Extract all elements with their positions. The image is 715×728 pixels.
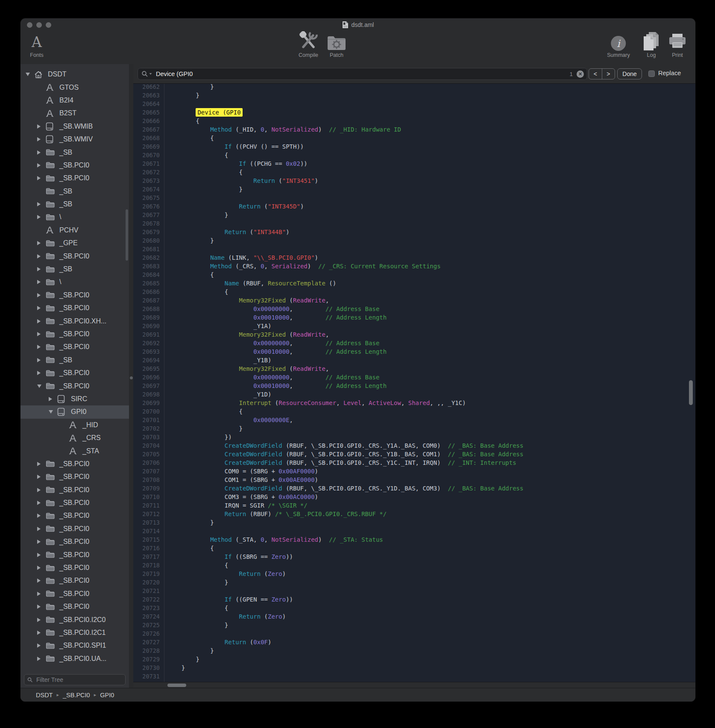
tree-item-gpi0[interactable]: GPI0	[21, 405, 129, 418]
chevron-right-icon[interactable]	[37, 501, 46, 505]
chevron-right-icon[interactable]	[37, 475, 46, 479]
tree-item-sbwmib[interactable]: _SB.WMIB	[21, 120, 129, 133]
chevron-right-icon[interactable]	[37, 306, 46, 310]
chevron-right-icon[interactable]	[37, 202, 46, 206]
chevron-right-icon[interactable]	[37, 319, 46, 323]
tree-item-sbpci0[interactable]: _SB.PCI0	[21, 250, 129, 262]
tree-item-dsdt[interactable]: DSDT	[21, 68, 129, 81]
clear-search-icon[interactable]: ✕	[577, 70, 584, 78]
summary-button[interactable]: i Summary	[607, 31, 630, 58]
tree-item-[interactable]: \	[21, 276, 129, 288]
tree-item-sbpci0ua[interactable]: _SB.PCI0.UA...	[21, 652, 129, 665]
tree-item-sbpci0[interactable]: _SB.PCI0	[21, 509, 129, 522]
compile-button[interactable]: Compile	[299, 31, 318, 58]
tree-item-sbpci0[interactable]: _SB.PCI0	[21, 574, 129, 587]
tree-item-sbpci0[interactable]: _SB.PCI0	[21, 302, 129, 314]
pane-splitter[interactable]	[129, 64, 133, 688]
splitter-handle-icon[interactable]	[130, 376, 133, 379]
tree-item-sbpci0[interactable]: _SB.PCI0	[21, 535, 129, 548]
filter-tree-input[interactable]	[35, 676, 125, 684]
chevron-right-icon[interactable]	[37, 254, 46, 258]
print-button[interactable]: Print	[668, 31, 687, 58]
tree-item-sbpci0[interactable]: _SB.PCI0	[21, 367, 129, 379]
chevron-right-icon[interactable]	[49, 397, 57, 401]
chevron-right-icon[interactable]	[37, 345, 46, 349]
tree-item-sbpci0[interactable]: _SB.PCI0	[21, 548, 129, 561]
tree-item-gpe[interactable]: _GPE	[21, 237, 129, 250]
tree-item-sb[interactable]: _SB	[21, 198, 129, 211]
chevron-right-icon[interactable]	[37, 176, 46, 180]
vertical-scrollbar-thumb[interactable]	[689, 380, 693, 405]
tree-item-sbpci0[interactable]: _SB.PCI0	[21, 561, 129, 574]
chevron-right-icon[interactable]	[37, 566, 46, 570]
tree-item-sbpci0[interactable]: _SB.PCI0	[21, 523, 129, 535]
chevron-right-icon[interactable]	[37, 514, 46, 518]
tree-item-sbpci0[interactable]: _SB.PCI0	[21, 289, 129, 302]
tree-item-sbpci0[interactable]: _SB.PCI0	[21, 341, 129, 353]
tree-item-sbpci0i2c0[interactable]: _SB.PCI0.I2C0	[21, 613, 129, 626]
patch-button[interactable]: Patch	[327, 31, 346, 58]
tree-item-crs[interactable]: _CRS	[21, 432, 129, 444]
chevron-right-icon[interactable]	[37, 631, 46, 635]
chevron-right-icon[interactable]	[37, 643, 46, 648]
find-field[interactable]: 1 ✕	[138, 68, 587, 80]
chevron-right-icon[interactable]	[37, 618, 46, 622]
sidebar-scrollbar[interactable]	[126, 209, 128, 261]
chevron-right-icon[interactable]	[37, 592, 46, 596]
chevron-right-icon[interactable]	[37, 293, 46, 297]
chevron-right-icon[interactable]	[37, 215, 46, 219]
breadcrumb-item[interactable]: DSDT	[36, 692, 53, 699]
tree-item-sbpci0[interactable]: _SB.PCI0	[21, 159, 129, 172]
tree-item-sbpci0[interactable]: _SB.PCI0	[21, 484, 129, 496]
tree-item-sbpci0spi1[interactable]: _SB.PCI0.SPI1	[21, 639, 129, 652]
tree-item-sbpci0[interactable]: _SB.PCI0	[21, 600, 129, 613]
tree-item-sta[interactable]: _STA	[21, 444, 129, 457]
breadcrumb-item[interactable]: _SB.PCI0	[63, 692, 90, 699]
chevron-right-icon[interactable]	[37, 605, 46, 609]
chevron-right-icon[interactable]	[37, 553, 46, 557]
chevron-right-icon[interactable]	[37, 358, 46, 362]
tree-item-sb[interactable]: _SB	[21, 263, 129, 276]
filter-tree-field[interactable]	[24, 674, 126, 685]
chevron-right-icon[interactable]	[37, 150, 46, 155]
tree-item-sbpci0i2c1[interactable]: _SB.PCI0.I2C1	[21, 626, 129, 639]
breadcrumb-item[interactable]: GPI0	[100, 692, 114, 699]
replace-checkbox[interactable]	[648, 70, 655, 77]
done-button[interactable]: Done	[617, 68, 642, 79]
tree-item-sbpci0[interactable]: _SB.PCI0	[21, 470, 129, 483]
chevron-right-icon[interactable]	[37, 124, 46, 129]
horizontal-scrollbar-thumb[interactable]	[167, 684, 186, 687]
chevron-right-icon[interactable]	[37, 527, 46, 531]
tree-item-sbpci0[interactable]: _SB.PCI0	[21, 587, 129, 600]
tree-item-sbpci0xh[interactable]: _SB.PCI0.XH...	[21, 314, 129, 327]
search-icon[interactable]	[141, 70, 152, 77]
chevron-right-icon[interactable]	[37, 280, 46, 284]
tree-item-sbpci0[interactable]: _SB.PCI0	[21, 458, 129, 470]
title-bar[interactable]: dsdt.aml	[21, 18, 695, 31]
tree-item-sbwmiv[interactable]: _SB.WMIV	[21, 133, 129, 146]
chevron-right-icon[interactable]	[37, 241, 46, 245]
chevron-right-icon[interactable]	[37, 462, 46, 466]
tree-item-gtos[interactable]: GTOS	[21, 81, 129, 94]
log-button[interactable]: Log	[642, 31, 660, 58]
tree-item-b2i4[interactable]: B2I4	[21, 94, 129, 107]
find-previous-button[interactable]: <	[589, 69, 602, 79]
chevron-right-icon[interactable]	[37, 137, 46, 141]
tree-item-sbpci0[interactable]: _SB.PCI0	[21, 496, 129, 509]
chevron-down-icon[interactable]	[49, 410, 57, 414]
tree-item-sbpci0[interactable]: _SB.PCI0	[21, 328, 129, 341]
chevron-right-icon[interactable]	[37, 371, 46, 375]
chevron-right-icon[interactable]	[37, 488, 46, 492]
tree-item-sb[interactable]: _SB	[21, 354, 129, 367]
find-input[interactable]	[155, 70, 569, 78]
tree-item-sb[interactable]: _SB	[21, 185, 129, 198]
tree-item-sb[interactable]: _SB	[21, 146, 129, 159]
chevron-right-icon[interactable]	[37, 163, 46, 167]
tree-item-sbpci0[interactable]: _SB.PCI0	[21, 379, 129, 392]
chevron-down-icon[interactable]	[26, 73, 34, 76]
tree-item-hid[interactable]: _HID	[21, 419, 129, 432]
tree-item-b2st[interactable]: B2ST	[21, 107, 129, 120]
chevron-right-icon[interactable]	[37, 540, 46, 544]
fonts-button[interactable]: A Fonts	[30, 31, 43, 58]
tree-item-pchv[interactable]: PCHV	[21, 224, 129, 237]
